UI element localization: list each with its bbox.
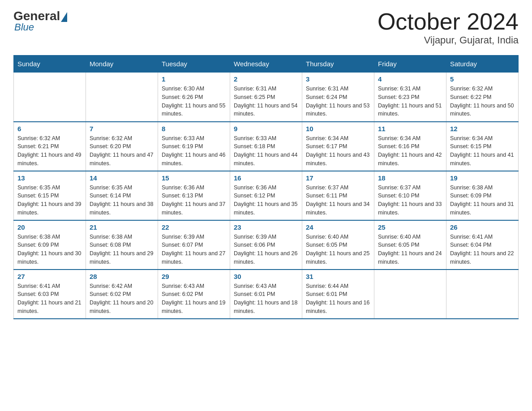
weekday-header: Saturday	[446, 56, 519, 73]
calendar-cell: 14Sunrise: 6:35 AMSunset: 6:14 PMDayligh…	[86, 171, 158, 220]
day-number: 13	[17, 174, 82, 182]
day-number: 27	[17, 273, 82, 280]
page-header: General Blue October 2024 Vijapur, Gujar…	[13, 9, 519, 46]
calendar-cell	[86, 73, 158, 122]
calendar-cell: 21Sunrise: 6:38 AMSunset: 6:08 PMDayligh…	[86, 220, 158, 270]
calendar-week-row: 6Sunrise: 6:32 AMSunset: 6:21 PMDaylight…	[14, 122, 519, 171]
day-info: Sunrise: 6:39 AMSunset: 6:06 PMDaylight:…	[234, 233, 298, 266]
calendar-week-row: 20Sunrise: 6:38 AMSunset: 6:09 PMDayligh…	[14, 220, 519, 270]
calendar-header-row: SundayMondayTuesdayWednesdayThursdayFrid…	[14, 56, 519, 73]
day-info: Sunrise: 6:38 AMSunset: 6:09 PMDaylight:…	[17, 233, 82, 266]
day-number: 26	[450, 223, 515, 231]
calendar-cell: 13Sunrise: 6:35 AMSunset: 6:15 PMDayligh…	[14, 171, 86, 220]
weekday-header: Friday	[374, 56, 446, 73]
calendar-cell: 8Sunrise: 6:33 AMSunset: 6:19 PMDaylight…	[158, 122, 230, 171]
day-number: 17	[306, 174, 370, 182]
day-number: 30	[234, 273, 298, 280]
day-number: 8	[162, 125, 226, 133]
weekday-header: Tuesday	[158, 56, 230, 73]
calendar-cell: 30Sunrise: 6:43 AMSunset: 6:01 PMDayligh…	[230, 270, 302, 319]
weekday-header: Monday	[86, 56, 158, 73]
day-number: 28	[90, 273, 154, 280]
calendar-cell: 11Sunrise: 6:34 AMSunset: 6:16 PMDayligh…	[374, 122, 446, 171]
title-block: October 2024 Vijapur, Gujarat, India	[378, 9, 519, 46]
location-title: Vijapur, Gujarat, India	[378, 34, 519, 46]
day-number: 12	[450, 125, 515, 133]
day-info: Sunrise: 6:34 AMSunset: 6:16 PMDaylight:…	[378, 134, 442, 168]
logo-blue-text: Blue	[14, 21, 34, 33]
day-number: 2	[234, 75, 298, 83]
calendar-cell: 28Sunrise: 6:42 AMSunset: 6:02 PMDayligh…	[86, 270, 158, 319]
calendar-cell: 3Sunrise: 6:31 AMSunset: 6:24 PMDaylight…	[302, 73, 374, 122]
calendar-cell	[374, 270, 446, 319]
day-number: 24	[306, 223, 370, 231]
day-info: Sunrise: 6:34 AMSunset: 6:17 PMDaylight:…	[306, 134, 370, 168]
calendar-cell: 19Sunrise: 6:38 AMSunset: 6:09 PMDayligh…	[446, 171, 519, 220]
weekday-header: Sunday	[14, 56, 86, 73]
day-info: Sunrise: 6:32 AMSunset: 6:20 PMDaylight:…	[90, 134, 154, 168]
calendar-cell: 26Sunrise: 6:41 AMSunset: 6:04 PMDayligh…	[446, 220, 519, 270]
day-number: 11	[378, 125, 442, 133]
calendar-cell: 20Sunrise: 6:38 AMSunset: 6:09 PMDayligh…	[14, 220, 86, 270]
day-number: 14	[90, 174, 154, 182]
day-info: Sunrise: 6:33 AMSunset: 6:18 PMDaylight:…	[234, 134, 298, 168]
calendar-cell: 10Sunrise: 6:34 AMSunset: 6:17 PMDayligh…	[302, 122, 374, 171]
day-number: 21	[90, 223, 154, 231]
day-info: Sunrise: 6:43 AMSunset: 6:01 PMDaylight:…	[234, 282, 298, 316]
day-info: Sunrise: 6:37 AMSunset: 6:11 PMDaylight:…	[306, 184, 370, 217]
day-info: Sunrise: 6:38 AMSunset: 6:09 PMDaylight:…	[450, 184, 515, 217]
day-number: 15	[162, 174, 226, 182]
calendar-cell: 17Sunrise: 6:37 AMSunset: 6:11 PMDayligh…	[302, 171, 374, 220]
day-number: 20	[17, 223, 82, 231]
day-number: 23	[234, 223, 298, 231]
day-info: Sunrise: 6:41 AMSunset: 6:03 PMDaylight:…	[17, 282, 82, 316]
day-info: Sunrise: 6:33 AMSunset: 6:19 PMDaylight:…	[162, 134, 226, 168]
logo-triangle-icon	[61, 12, 67, 22]
calendar-cell: 23Sunrise: 6:39 AMSunset: 6:06 PMDayligh…	[230, 220, 302, 270]
calendar-cell: 27Sunrise: 6:41 AMSunset: 6:03 PMDayligh…	[14, 270, 86, 319]
month-title: October 2024	[378, 9, 519, 34]
day-info: Sunrise: 6:35 AMSunset: 6:14 PMDaylight:…	[90, 184, 154, 217]
day-info: Sunrise: 6:43 AMSunset: 6:02 PMDaylight:…	[162, 282, 226, 316]
calendar-cell: 15Sunrise: 6:36 AMSunset: 6:13 PMDayligh…	[158, 171, 230, 220]
day-info: Sunrise: 6:32 AMSunset: 6:22 PMDaylight:…	[450, 85, 515, 118]
calendar-week-row: 1Sunrise: 6:30 AMSunset: 6:26 PMDaylight…	[14, 73, 519, 122]
day-number: 25	[378, 223, 442, 231]
calendar-cell	[14, 73, 86, 122]
day-info: Sunrise: 6:31 AMSunset: 6:24 PMDaylight:…	[306, 85, 370, 118]
calendar-cell: 9Sunrise: 6:33 AMSunset: 6:18 PMDaylight…	[230, 122, 302, 171]
day-info: Sunrise: 6:41 AMSunset: 6:04 PMDaylight:…	[450, 233, 515, 266]
day-number: 31	[306, 273, 370, 280]
calendar-week-row: 27Sunrise: 6:41 AMSunset: 6:03 PMDayligh…	[14, 270, 519, 319]
day-info: Sunrise: 6:39 AMSunset: 6:07 PMDaylight:…	[162, 233, 226, 266]
weekday-header: Wednesday	[230, 56, 302, 73]
day-info: Sunrise: 6:36 AMSunset: 6:12 PMDaylight:…	[234, 184, 298, 217]
calendar-cell	[446, 270, 519, 319]
day-info: Sunrise: 6:44 AMSunset: 6:01 PMDaylight:…	[306, 282, 370, 316]
calendar-cell: 22Sunrise: 6:39 AMSunset: 6:07 PMDayligh…	[158, 220, 230, 270]
calendar-cell: 5Sunrise: 6:32 AMSunset: 6:22 PMDaylight…	[446, 73, 519, 122]
day-info: Sunrise: 6:40 AMSunset: 6:05 PMDaylight:…	[306, 233, 370, 266]
day-number: 16	[234, 174, 298, 182]
day-number: 19	[450, 174, 515, 182]
logo: General Blue	[13, 9, 67, 33]
day-number: 4	[378, 75, 442, 83]
day-number: 7	[90, 125, 154, 133]
day-number: 10	[306, 125, 370, 133]
day-info: Sunrise: 6:42 AMSunset: 6:02 PMDaylight:…	[90, 282, 154, 316]
calendar-cell: 12Sunrise: 6:34 AMSunset: 6:15 PMDayligh…	[446, 122, 519, 171]
calendar-cell: 2Sunrise: 6:31 AMSunset: 6:25 PMDaylight…	[230, 73, 302, 122]
calendar-cell: 31Sunrise: 6:44 AMSunset: 6:01 PMDayligh…	[302, 270, 374, 319]
day-number: 1	[162, 75, 226, 83]
day-info: Sunrise: 6:36 AMSunset: 6:13 PMDaylight:…	[162, 184, 226, 217]
day-info: Sunrise: 6:37 AMSunset: 6:10 PMDaylight:…	[378, 184, 442, 217]
day-number: 22	[162, 223, 226, 231]
calendar-cell: 6Sunrise: 6:32 AMSunset: 6:21 PMDaylight…	[14, 122, 86, 171]
day-number: 3	[306, 75, 370, 83]
day-number: 6	[17, 125, 82, 133]
day-number: 29	[162, 273, 226, 280]
day-info: Sunrise: 6:35 AMSunset: 6:15 PMDaylight:…	[17, 184, 82, 217]
calendar-cell: 4Sunrise: 6:31 AMSunset: 6:23 PMDaylight…	[374, 73, 446, 122]
calendar-cell: 25Sunrise: 6:40 AMSunset: 6:05 PMDayligh…	[374, 220, 446, 270]
calendar-cell: 16Sunrise: 6:36 AMSunset: 6:12 PMDayligh…	[230, 171, 302, 220]
